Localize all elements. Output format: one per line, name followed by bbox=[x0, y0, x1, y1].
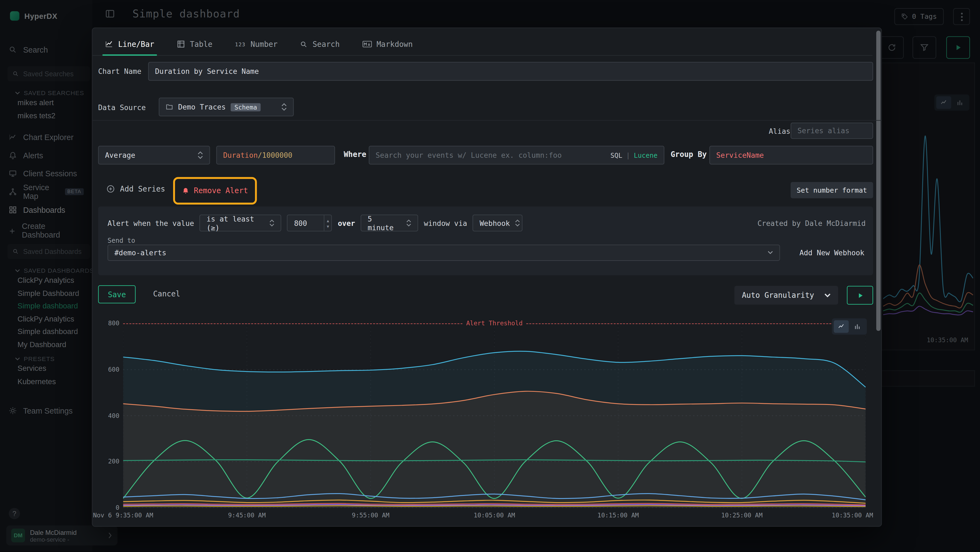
series-alias-input[interactable] bbox=[791, 123, 873, 139]
save-button[interactable]: Save bbox=[98, 285, 135, 303]
number-stepper[interactable]: ▲▼ bbox=[324, 215, 332, 231]
line-chart-toggle[interactable] bbox=[834, 321, 849, 333]
alert-threshold-label: Alert Threshold bbox=[463, 320, 527, 326]
x-tick-label: 9:45:00 AM bbox=[228, 512, 266, 518]
add-series-label: Add Series bbox=[120, 185, 165, 193]
alert-via-label: window via bbox=[424, 219, 467, 227]
alert-created-by: Created by Dale McDiarmid bbox=[757, 219, 865, 227]
alert-channel-select[interactable]: Webhook bbox=[473, 214, 523, 231]
tab-label: Line/Bar bbox=[118, 40, 154, 48]
play-icon bbox=[857, 292, 864, 298]
aggregation-select[interactable]: Average bbox=[98, 146, 210, 164]
number-123-icon: 123 bbox=[235, 41, 245, 47]
tab-search[interactable]: Search bbox=[300, 33, 339, 55]
x-tick-label: 10:05:00 AM bbox=[474, 512, 515, 518]
search-icon bbox=[300, 40, 308, 48]
data-source-select[interactable]: Demo Traces Schema bbox=[159, 97, 294, 116]
tab-table[interactable]: Table bbox=[177, 33, 212, 55]
aggregation-value: Average bbox=[105, 151, 135, 160]
alert-chart-svg bbox=[123, 324, 865, 508]
data-source-label: Data Source bbox=[98, 103, 146, 112]
field-expression-input[interactable]: Duration/1000000 bbox=[216, 146, 335, 164]
alert-threshold-field: ▲▼ bbox=[287, 214, 332, 231]
x-tick-label: 10:35:00 AM bbox=[832, 512, 873, 518]
edit-chart-modal: Line/Bar Table 123 Number Search bbox=[92, 28, 881, 526]
tab-label: Markdown bbox=[377, 40, 413, 48]
bell-icon bbox=[182, 187, 189, 195]
field-suffix: /1000000 bbox=[258, 151, 293, 160]
y-tick-label: 600 bbox=[98, 366, 119, 373]
sql-toggle[interactable]: SQL bbox=[611, 152, 622, 159]
add-new-webhook-link[interactable]: Add New Webhook bbox=[800, 248, 864, 257]
section-divider bbox=[92, 120, 881, 121]
cancel-button[interactable]: Cancel bbox=[153, 290, 180, 298]
add-series-button[interactable]: Add Series bbox=[106, 185, 165, 193]
chart-name-input[interactable] bbox=[148, 62, 873, 81]
remove-alert-label: Remove Alert bbox=[194, 187, 248, 195]
step-down-icon[interactable]: ▼ bbox=[327, 224, 329, 228]
table-icon bbox=[177, 40, 185, 48]
y-tick-label: 200 bbox=[98, 458, 119, 465]
alert-window-value: 5 minute bbox=[368, 214, 401, 231]
tab-line-bar[interactable]: Line/Bar bbox=[105, 33, 154, 55]
send-to-label: Send to bbox=[108, 236, 135, 244]
step-up-icon[interactable]: ▲ bbox=[327, 218, 329, 222]
select-updown-icon bbox=[197, 152, 204, 159]
x-tick-label: 9:55:00 AM bbox=[352, 512, 389, 518]
alert-config-panel: Alert when the value is at least (≥) ▲▼ … bbox=[98, 206, 873, 276]
y-tick-label: 800 bbox=[98, 320, 119, 326]
chevron-down-icon bbox=[824, 293, 830, 298]
tab-markdown[interactable]: Markdown bbox=[362, 33, 413, 55]
group-by-input[interactable]: ServiceName bbox=[710, 146, 873, 164]
alert-preview-chart: 800 600 400 200 0 Alert Threshold Nov 6 … bbox=[98, 316, 873, 520]
plus-circle-icon bbox=[106, 185, 115, 193]
group-by-value: ServiceName bbox=[716, 151, 764, 160]
lucene-toggle[interactable]: Lucene bbox=[634, 152, 657, 159]
chart-name-label: Chart Name bbox=[98, 67, 141, 76]
markdown-icon bbox=[362, 41, 371, 48]
chart-type-tabs: Line/Bar Table 123 Number Search bbox=[92, 33, 872, 56]
where-placeholder: Search your events w/ Lucene ex. column:… bbox=[375, 151, 562, 160]
alert-threshold-line: Alert Threshold bbox=[123, 324, 865, 324]
where-search-input[interactable]: Search your events w/ Lucene ex. column:… bbox=[369, 146, 665, 164]
tab-label: Table bbox=[190, 40, 212, 48]
granularity-value: Auto Granularity bbox=[742, 291, 814, 300]
bar-chart-toggle[interactable] bbox=[850, 321, 865, 333]
y-tick-label: 0 bbox=[98, 504, 119, 511]
line-chart-icon bbox=[105, 40, 113, 48]
alert-over-label: over bbox=[338, 219, 355, 227]
select-updown-icon bbox=[281, 103, 287, 111]
alert-condition-select[interactable]: is at least (≥) bbox=[200, 214, 282, 231]
x-tick-label: 10:15:00 AM bbox=[598, 512, 639, 518]
x-tick-label: 10:25:00 AM bbox=[721, 512, 762, 518]
data-source-value: Demo Traces bbox=[178, 103, 226, 112]
toggle-separator: | bbox=[626, 152, 630, 159]
field-primary: Duration bbox=[223, 151, 258, 160]
alias-field-wrap bbox=[791, 123, 873, 139]
alert-channel-value: Webhook bbox=[480, 219, 510, 227]
chart-name-field-wrap bbox=[148, 62, 873, 81]
alias-label: Alias bbox=[769, 127, 790, 136]
tab-number[interactable]: 123 Number bbox=[235, 33, 278, 55]
send-to-value: #demo-alerts bbox=[115, 248, 166, 257]
granularity-select[interactable]: Auto Granularity bbox=[735, 286, 838, 305]
x-tick-label: Nov 6 9:35:00 AM bbox=[93, 512, 153, 518]
remove-alert-button-highlighted[interactable]: Remove Alert bbox=[173, 177, 257, 204]
select-updown-icon bbox=[406, 220, 411, 227]
select-updown-icon bbox=[515, 220, 520, 227]
send-to-select[interactable]: #demo-alerts bbox=[108, 245, 780, 261]
set-number-format-label: Set number format bbox=[797, 186, 867, 194]
select-updown-icon bbox=[270, 220, 275, 227]
folder-icon bbox=[165, 103, 173, 111]
chevron-down-icon bbox=[767, 251, 773, 255]
alert-window-select[interactable]: 5 minute bbox=[361, 214, 418, 231]
alert-threshold-input[interactable] bbox=[288, 215, 317, 231]
alert-prefix-label: Alert when the value bbox=[108, 219, 194, 227]
set-number-format-button[interactable]: Set number format bbox=[791, 182, 873, 198]
tab-label: Number bbox=[250, 40, 278, 48]
modal-scrollbar[interactable] bbox=[876, 30, 881, 331]
y-tick-label: 400 bbox=[98, 412, 119, 419]
tab-label: Search bbox=[312, 40, 340, 48]
preview-run-button[interactable] bbox=[847, 286, 873, 305]
where-label: Where bbox=[344, 150, 366, 159]
